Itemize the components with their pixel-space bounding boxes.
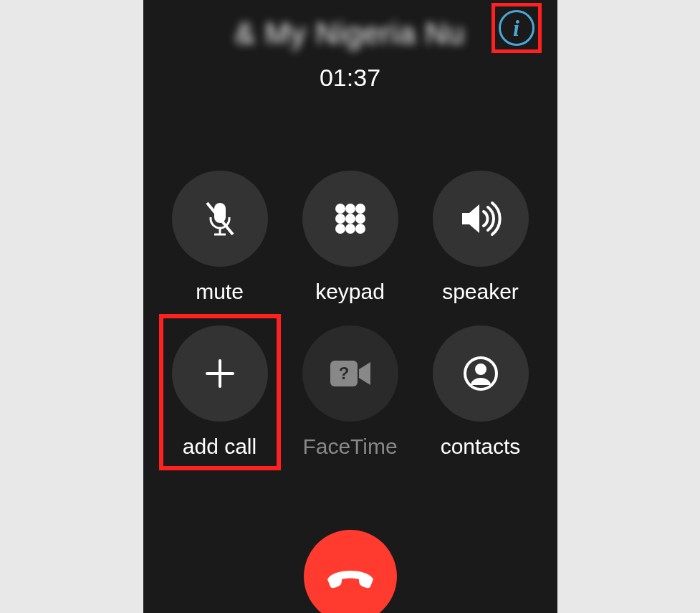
end-call-button[interactable]	[304, 530, 397, 613]
mute-button[interactable]: mute	[172, 171, 268, 304]
phone-down-icon	[325, 564, 376, 589]
call-timer: 01:37	[158, 64, 543, 92]
add-call-highlight: add call	[159, 314, 281, 470]
call-header: i & My Nigeria Nu 01:37	[143, 0, 557, 92]
svg-point-5	[355, 204, 365, 214]
svg-point-11	[355, 224, 365, 234]
contacts-label: contacts	[441, 434, 521, 459]
plus-icon	[200, 353, 240, 394]
svg-point-4	[345, 204, 355, 214]
speaker-icon	[458, 199, 504, 239]
svg-point-17	[475, 363, 486, 375]
add-call-button[interactable]: add call	[172, 325, 268, 459]
facetime-label: FaceTime	[302, 434, 397, 459]
svg-point-9	[335, 224, 345, 234]
svg-point-10	[345, 224, 355, 234]
facetime-button[interactable]: ? FaceTime	[302, 325, 398, 459]
keypad-label: keypad	[315, 280, 385, 304]
speaker-label: speaker	[442, 280, 519, 304]
contacts-icon	[461, 353, 501, 394]
keypad-icon	[330, 199, 370, 239]
contacts-button[interactable]: contacts	[433, 325, 529, 459]
add-call-label: add call	[183, 434, 256, 459]
call-controls-grid: mute keypad	[143, 171, 557, 459]
svg-point-7	[345, 214, 355, 224]
svg-point-8	[355, 214, 365, 224]
speaker-button[interactable]: speaker	[433, 171, 529, 304]
svg-text:?: ?	[338, 363, 349, 383]
mute-label: mute	[196, 280, 244, 304]
svg-point-6	[335, 214, 345, 224]
mute-icon	[200, 199, 240, 239]
keypad-button[interactable]: keypad	[302, 171, 398, 304]
call-screen: i & My Nigeria Nu 01:37 mute	[143, 0, 557, 613]
caller-name: & My Nigeria Nu	[158, 16, 543, 51]
svg-point-3	[335, 204, 345, 214]
facetime-icon: ?	[327, 356, 373, 391]
